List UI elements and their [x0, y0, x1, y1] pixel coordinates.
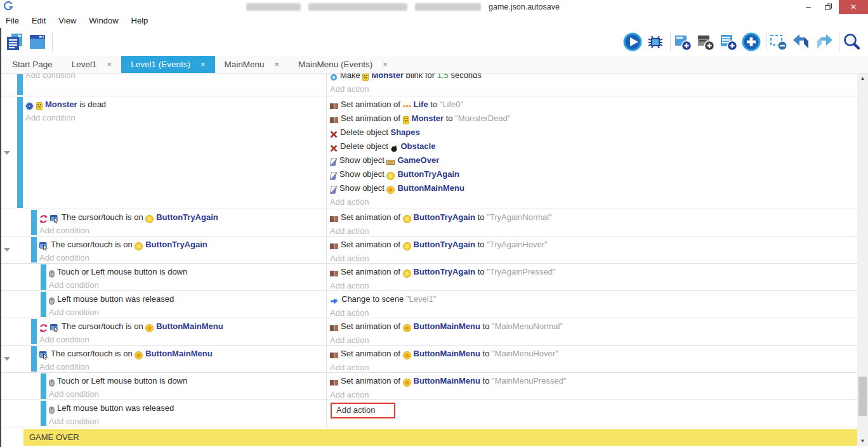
- search-button[interactable]: [841, 30, 864, 53]
- event-selection-bar[interactable]: [41, 264, 46, 290]
- event-selection-bar[interactable]: [17, 74, 23, 95]
- event-selection-bar[interactable]: [17, 97, 23, 208]
- add-action-link[interactable]: Add action: [330, 334, 857, 346]
- placeholder-label: Add condition: [39, 335, 89, 344]
- tab-level1[interactable]: Level1×: [62, 56, 121, 73]
- condition[interactable]: Left mouse button was released: [49, 401, 326, 415]
- action[interactable]: Set animation of Life to "Life0": [330, 98, 857, 112]
- event-selection-bar[interactable]: [31, 210, 37, 235]
- add-action-link[interactable]: Add action: [330, 252, 857, 264]
- menu-file[interactable]: File: [0, 14, 25, 28]
- condition[interactable]: Touch or Left mouse button is down: [49, 265, 326, 278]
- condition[interactable]: Left mouse button was released: [49, 292, 326, 306]
- btn-try-icon: [403, 215, 411, 223]
- add-action-link[interactable]: Add action: [330, 361, 857, 373]
- action[interactable]: Set animation of ButtonTryAgain to "TryA…: [330, 211, 857, 224]
- add-condition-link[interactable]: Add condition: [25, 111, 326, 124]
- tab-close-icon[interactable]: ×: [107, 60, 112, 69]
- scroll-down-arrow-icon[interactable]: ▼: [857, 436, 868, 446]
- add-action-link[interactable]: Add action: [330, 306, 857, 318]
- condition[interactable]: The cursor/touch is on ButtonMainMenu: [39, 347, 326, 360]
- action[interactable]: Make Monster blink for 1.5 seconds: [330, 74, 857, 82]
- add-action-link[interactable]: Add action: [330, 224, 857, 236]
- add-condition-link[interactable]: Add condition: [49, 306, 326, 318]
- setanim-icon: [330, 353, 338, 358]
- close-button[interactable]: ✕: [839, 0, 868, 14]
- menu-view[interactable]: View: [52, 14, 82, 28]
- comment-event[interactable]: GAME OVER: [23, 429, 857, 446]
- action[interactable]: Delete object Obstacle: [330, 139, 857, 153]
- tab-level1-events-[interactable]: Level1 (Events)×: [121, 56, 214, 73]
- event-row: Touch or Left mouse button is downAdd co…: [1, 264, 857, 291]
- add-condition-link[interactable]: Add condition: [39, 224, 326, 236]
- action[interactable]: Set animation of ButtonMainMenu to "Main…: [330, 347, 857, 361]
- debugger-button[interactable]: [645, 30, 668, 53]
- menu-help[interactable]: Help: [125, 14, 155, 28]
- add-condition-link[interactable]: Add condition: [39, 333, 326, 346]
- action[interactable]: Set animation of ButtonTryAgain to "TryA…: [330, 265, 857, 279]
- condition[interactable]: The cursor/touch is on ButtonMainMenu: [39, 320, 326, 333]
- vertical-scrollbar[interactable]: ▲ ▼: [857, 74, 868, 446]
- event-selection-bar[interactable]: [31, 319, 37, 344]
- restore-button[interactable]: [819, 0, 839, 14]
- condition[interactable]: The cursor/touch is on ButtonTryAgain: [39, 211, 326, 224]
- action[interactable]: Set animation of ButtonMainMenu to "Main…: [330, 374, 857, 388]
- conditions-column: The cursor/touch is on ButtonMainMenuAdd…: [1, 346, 326, 372]
- deselect-button[interactable]: [768, 30, 791, 53]
- tab-close-icon[interactable]: ×: [383, 60, 388, 69]
- object-name: ButtonMainMenu: [156, 321, 223, 331]
- add-condition-link[interactable]: Add condition: [49, 387, 326, 400]
- scene-editor-button[interactable]: [27, 30, 50, 53]
- add-action-link[interactable]: Add action: [330, 279, 857, 291]
- add-condition-link[interactable]: Add condition: [39, 251, 326, 264]
- project-manager-button[interactable]: [4, 30, 27, 53]
- undo-button[interactable]: [791, 30, 814, 53]
- event-selection-bar[interactable]: [31, 346, 37, 372]
- add-condition-link[interactable]: Add condition: [49, 278, 326, 291]
- tab-start-page[interactable]: Start Page: [3, 56, 62, 73]
- add-event-icon: [673, 32, 693, 52]
- action[interactable]: Show object GameOver: [330, 153, 857, 167]
- event-selection-bar[interactable]: [41, 401, 46, 426]
- action[interactable]: Set animation of ButtonMainMenu to "Main…: [330, 320, 857, 334]
- tab-mainmenu-events-[interactable]: MainMenu (Events)×: [289, 56, 397, 73]
- condition[interactable]: Monster is dead: [25, 98, 326, 111]
- action[interactable]: Change to scene "Level1": [330, 292, 857, 306]
- add-subevent-button[interactable]: [695, 30, 718, 53]
- add-action-link[interactable]: Add action: [330, 82, 857, 96]
- add-action-link[interactable]: Add action: [331, 403, 395, 418]
- tab-mainmenu[interactable]: MainMenu×: [215, 56, 289, 73]
- menu-window[interactable]: Window: [82, 14, 124, 28]
- toolbar-separator: [839, 32, 839, 51]
- event-selection-bar[interactable]: [41, 373, 46, 399]
- redo-button[interactable]: [814, 30, 837, 53]
- event-selection-bar[interactable]: [41, 292, 46, 317]
- scroll-up-arrow-icon[interactable]: ▲: [857, 74, 868, 84]
- add-comment-button[interactable]: [718, 30, 741, 53]
- add-action-link[interactable]: Add action: [330, 195, 857, 209]
- action[interactable]: Set animation of ButtonTryAgain to "TryA…: [330, 238, 857, 252]
- add-circle-button[interactable]: [741, 30, 764, 53]
- minimize-button[interactable]: –: [798, 0, 819, 14]
- add-condition-link[interactable]: Add condition: [39, 360, 326, 373]
- tab-close-icon[interactable]: ×: [275, 60, 280, 69]
- action[interactable]: Show object ButtonTryAgain: [330, 167, 857, 181]
- event-row-partial: [1, 446, 857, 446]
- instruction-text: Set animation of: [341, 349, 403, 358]
- action[interactable]: Delete object Shapes: [330, 126, 857, 139]
- conditions-column: The cursor/touch is on ButtonTryAgainAdd…: [1, 236, 326, 263]
- event-selection-bar[interactable]: [31, 237, 37, 262]
- scrollbar-thumb[interactable]: [858, 377, 867, 416]
- highlighted-add-action[interactable]: Add action: [330, 401, 857, 418]
- action[interactable]: Set animation of Monster to "MonsterDead…: [330, 112, 857, 126]
- add-condition-link[interactable]: Add condition: [25, 74, 326, 82]
- condition[interactable]: The cursor/touch is on ButtonTryAgain: [39, 238, 326, 251]
- add-event-button[interactable]: [673, 30, 695, 53]
- play-button[interactable]: [622, 30, 645, 53]
- add-action-link[interactable]: Add action: [330, 388, 857, 400]
- add-condition-link[interactable]: Add condition: [49, 415, 326, 427]
- menu-edit[interactable]: Edit: [25, 14, 52, 28]
- condition[interactable]: Touch or Left mouse button is down: [49, 374, 326, 387]
- action[interactable]: Show object ButtonMainMenu: [330, 181, 857, 195]
- tab-close-icon[interactable]: ×: [201, 60, 206, 69]
